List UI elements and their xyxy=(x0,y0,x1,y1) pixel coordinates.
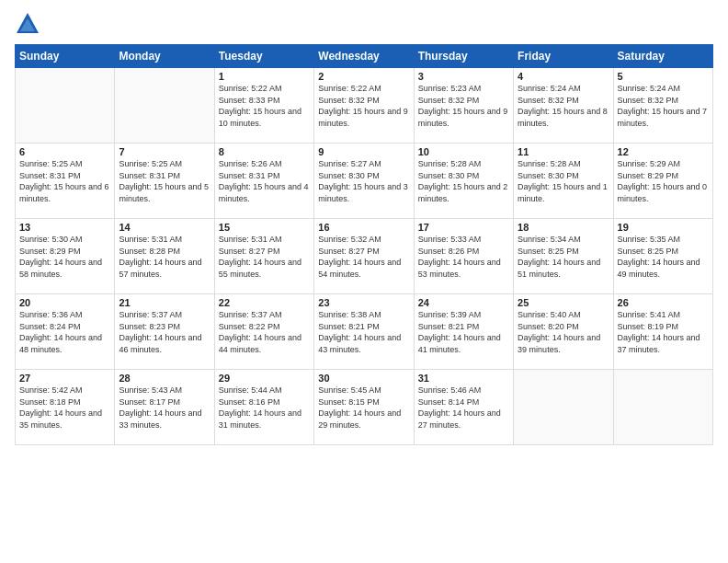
day-info: Sunrise: 5:34 AM Sunset: 8:25 PM Dayligh… xyxy=(518,234,609,280)
day-info: Sunrise: 5:24 AM Sunset: 8:32 PM Dayligh… xyxy=(618,83,709,129)
day-info: Sunrise: 5:29 AM Sunset: 8:29 PM Dayligh… xyxy=(618,158,709,204)
day-info: Sunrise: 5:38 AM Sunset: 8:21 PM Dayligh… xyxy=(318,309,409,355)
day-number: 6 xyxy=(19,146,110,157)
day-cell: 22Sunrise: 5:37 AM Sunset: 8:22 PM Dayli… xyxy=(214,294,313,370)
day-cell: 15Sunrise: 5:31 AM Sunset: 8:27 PM Dayli… xyxy=(214,219,313,294)
day-cell xyxy=(514,370,613,445)
day-info: Sunrise: 5:36 AM Sunset: 8:24 PM Dayligh… xyxy=(19,309,110,355)
day-info: Sunrise: 5:37 AM Sunset: 8:22 PM Dayligh… xyxy=(219,309,310,355)
logo-icon xyxy=(15,11,40,37)
day-info: Sunrise: 5:26 AM Sunset: 8:31 PM Dayligh… xyxy=(219,158,310,204)
day-cell: 24Sunrise: 5:39 AM Sunset: 8:21 PM Dayli… xyxy=(414,294,513,370)
day-cell: 9Sunrise: 5:27 AM Sunset: 8:30 PM Daylig… xyxy=(314,144,414,219)
day-number: 4 xyxy=(518,71,609,82)
day-number: 23 xyxy=(318,297,409,308)
logo xyxy=(15,11,44,37)
week-row-1: 1Sunrise: 5:22 AM Sunset: 8:33 PM Daylig… xyxy=(16,68,713,144)
weekday-header-tuesday: Tuesday xyxy=(214,45,313,68)
day-number: 15 xyxy=(219,222,310,233)
day-info: Sunrise: 5:30 AM Sunset: 8:29 PM Dayligh… xyxy=(19,234,110,280)
day-info: Sunrise: 5:22 AM Sunset: 8:33 PM Dayligh… xyxy=(219,83,310,129)
day-number: 18 xyxy=(518,222,609,233)
day-info: Sunrise: 5:25 AM Sunset: 8:31 PM Dayligh… xyxy=(119,158,210,204)
day-number: 25 xyxy=(518,297,609,308)
day-cell: 12Sunrise: 5:29 AM Sunset: 8:29 PM Dayli… xyxy=(613,144,712,219)
day-cell xyxy=(16,68,115,144)
day-cell: 17Sunrise: 5:33 AM Sunset: 8:26 PM Dayli… xyxy=(414,219,513,294)
day-number: 31 xyxy=(418,373,509,384)
weekday-header-thursday: Thursday xyxy=(414,45,513,68)
weekday-header-monday: Monday xyxy=(115,45,214,68)
day-number: 3 xyxy=(418,71,509,82)
day-info: Sunrise: 5:46 AM Sunset: 8:14 PM Dayligh… xyxy=(418,385,509,431)
day-cell: 26Sunrise: 5:41 AM Sunset: 8:19 PM Dayli… xyxy=(613,294,712,370)
day-number: 19 xyxy=(618,222,709,233)
day-number: 24 xyxy=(418,297,509,308)
day-cell: 11Sunrise: 5:28 AM Sunset: 8:30 PM Dayli… xyxy=(514,144,613,219)
day-info: Sunrise: 5:39 AM Sunset: 8:21 PM Dayligh… xyxy=(418,309,509,355)
day-info: Sunrise: 5:45 AM Sunset: 8:15 PM Dayligh… xyxy=(318,385,409,431)
day-number: 5 xyxy=(618,71,709,82)
week-row-2: 6Sunrise: 5:25 AM Sunset: 8:31 PM Daylig… xyxy=(16,144,713,219)
day-info: Sunrise: 5:25 AM Sunset: 8:31 PM Dayligh… xyxy=(19,158,110,204)
day-number: 8 xyxy=(219,146,310,157)
day-cell: 3Sunrise: 5:23 AM Sunset: 8:32 PM Daylig… xyxy=(414,68,513,144)
day-cell: 8Sunrise: 5:26 AM Sunset: 8:31 PM Daylig… xyxy=(214,144,313,219)
day-cell: 5Sunrise: 5:24 AM Sunset: 8:32 PM Daylig… xyxy=(613,68,712,144)
day-info: Sunrise: 5:32 AM Sunset: 8:27 PM Dayligh… xyxy=(318,234,409,280)
day-number: 11 xyxy=(518,146,609,157)
day-cell: 7Sunrise: 5:25 AM Sunset: 8:31 PM Daylig… xyxy=(115,144,214,219)
day-cell xyxy=(613,370,712,445)
week-row-3: 13Sunrise: 5:30 AM Sunset: 8:29 PM Dayli… xyxy=(16,219,713,294)
day-cell: 10Sunrise: 5:28 AM Sunset: 8:30 PM Dayli… xyxy=(414,144,513,219)
weekday-header-wednesday: Wednesday xyxy=(314,45,414,68)
day-cell: 19Sunrise: 5:35 AM Sunset: 8:25 PM Dayli… xyxy=(613,219,712,294)
week-row-5: 27Sunrise: 5:42 AM Sunset: 8:18 PM Dayli… xyxy=(16,370,713,445)
day-info: Sunrise: 5:23 AM Sunset: 8:32 PM Dayligh… xyxy=(418,83,509,129)
day-cell xyxy=(115,68,214,144)
day-cell: 13Sunrise: 5:30 AM Sunset: 8:29 PM Dayli… xyxy=(16,219,115,294)
day-info: Sunrise: 5:42 AM Sunset: 8:18 PM Dayligh… xyxy=(19,385,110,431)
day-number: 10 xyxy=(418,146,509,157)
day-info: Sunrise: 5:28 AM Sunset: 8:30 PM Dayligh… xyxy=(518,158,609,204)
day-info: Sunrise: 5:24 AM Sunset: 8:32 PM Dayligh… xyxy=(518,83,609,129)
day-number: 30 xyxy=(318,373,409,384)
day-number: 16 xyxy=(318,222,409,233)
day-cell: 6Sunrise: 5:25 AM Sunset: 8:31 PM Daylig… xyxy=(16,144,115,219)
weekday-header-saturday: Saturday xyxy=(613,45,712,68)
day-info: Sunrise: 5:27 AM Sunset: 8:30 PM Dayligh… xyxy=(318,158,409,204)
day-info: Sunrise: 5:22 AM Sunset: 8:32 PM Dayligh… xyxy=(318,83,409,129)
day-number: 13 xyxy=(19,222,110,233)
header xyxy=(15,11,713,37)
day-cell: 25Sunrise: 5:40 AM Sunset: 8:20 PM Dayli… xyxy=(514,294,613,370)
day-cell: 31Sunrise: 5:46 AM Sunset: 8:14 PM Dayli… xyxy=(414,370,513,445)
day-cell: 30Sunrise: 5:45 AM Sunset: 8:15 PM Dayli… xyxy=(314,370,414,445)
day-info: Sunrise: 5:37 AM Sunset: 8:23 PM Dayligh… xyxy=(119,309,210,355)
day-number: 14 xyxy=(119,222,210,233)
day-info: Sunrise: 5:44 AM Sunset: 8:16 PM Dayligh… xyxy=(219,385,310,431)
day-info: Sunrise: 5:28 AM Sunset: 8:30 PM Dayligh… xyxy=(418,158,509,204)
weekday-header-row: SundayMondayTuesdayWednesdayThursdayFrid… xyxy=(16,45,713,68)
day-info: Sunrise: 5:31 AM Sunset: 8:27 PM Dayligh… xyxy=(219,234,310,280)
day-cell: 18Sunrise: 5:34 AM Sunset: 8:25 PM Dayli… xyxy=(514,219,613,294)
day-cell: 14Sunrise: 5:31 AM Sunset: 8:28 PM Dayli… xyxy=(115,219,214,294)
day-number: 29 xyxy=(219,373,310,384)
day-number: 12 xyxy=(618,146,709,157)
day-number: 17 xyxy=(418,222,509,233)
day-info: Sunrise: 5:41 AM Sunset: 8:19 PM Dayligh… xyxy=(618,309,709,355)
day-cell: 2Sunrise: 5:22 AM Sunset: 8:32 PM Daylig… xyxy=(314,68,414,144)
day-cell: 20Sunrise: 5:36 AM Sunset: 8:24 PM Dayli… xyxy=(16,294,115,370)
weekday-header-sunday: Sunday xyxy=(16,45,115,68)
day-cell: 4Sunrise: 5:24 AM Sunset: 8:32 PM Daylig… xyxy=(514,68,613,144)
day-number: 1 xyxy=(219,71,310,82)
day-info: Sunrise: 5:40 AM Sunset: 8:20 PM Dayligh… xyxy=(518,309,609,355)
weekday-header-friday: Friday xyxy=(514,45,613,68)
day-number: 22 xyxy=(219,297,310,308)
day-number: 20 xyxy=(19,297,110,308)
day-cell: 16Sunrise: 5:32 AM Sunset: 8:27 PM Dayli… xyxy=(314,219,414,294)
day-number: 26 xyxy=(618,297,709,308)
calendar: SundayMondayTuesdayWednesdayThursdayFrid… xyxy=(15,44,713,445)
day-info: Sunrise: 5:31 AM Sunset: 8:28 PM Dayligh… xyxy=(119,234,210,280)
page: SundayMondayTuesdayWednesdayThursdayFrid… xyxy=(0,0,728,563)
day-info: Sunrise: 5:43 AM Sunset: 8:17 PM Dayligh… xyxy=(119,385,210,431)
